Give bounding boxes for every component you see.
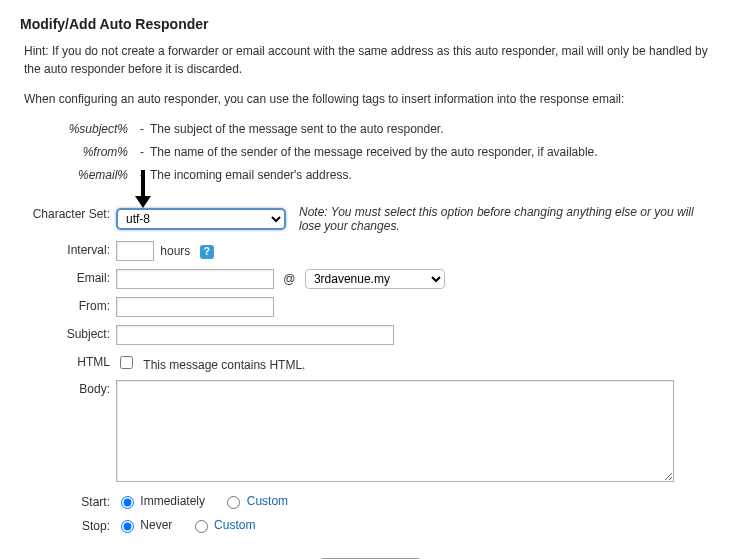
domain-select[interactable]: 3rdavenue.my <box>305 269 445 289</box>
stop-custom-option[interactable]: Custom <box>190 518 256 532</box>
label-hours: hours <box>160 244 190 258</box>
svg-marker-1 <box>135 196 151 208</box>
label-email: Email: <box>24 268 111 290</box>
stop-custom-radio[interactable] <box>195 520 208 533</box>
stop-custom-label: Custom <box>214 518 255 532</box>
body-textarea[interactable] <box>116 380 674 482</box>
at-symbol: @ <box>277 272 301 286</box>
start-immediately-label: Immediately <box>140 494 205 508</box>
page-title: Modify/Add Auto Responder <box>20 16 721 32</box>
hint-text: Hint: If you do not create a forwarder o… <box>24 42 721 78</box>
start-immediately-option[interactable]: Immediately <box>116 494 208 508</box>
from-input[interactable] <box>116 297 274 317</box>
stop-never-radio[interactable] <box>121 520 134 533</box>
start-custom-radio[interactable] <box>227 496 240 509</box>
tag-subject-desc: The subject of the message sent to the a… <box>150 118 444 141</box>
tag-subject-name: %subject% <box>50 118 134 141</box>
dash: - <box>134 118 150 141</box>
dash: - <box>134 141 150 164</box>
arrow-down-icon <box>128 168 158 210</box>
html-desc: This message contains HTML. <box>143 358 305 372</box>
start-custom-option[interactable]: Custom <box>222 494 288 508</box>
label-from: From: <box>24 296 111 318</box>
info-text: When configuring an auto responder, you … <box>24 90 721 108</box>
interval-input[interactable] <box>116 241 154 261</box>
label-interval: Interval: <box>24 240 111 262</box>
label-subject: Subject: <box>24 324 111 346</box>
label-stop: Stop: <box>24 516 111 534</box>
stop-never-option[interactable]: Never <box>116 518 176 532</box>
label-charset: Character Set: <box>24 204 111 234</box>
charset-note: Note: You must select this option before… <box>291 204 717 234</box>
stop-never-label: Never <box>140 518 172 532</box>
label-start: Start: <box>24 492 111 510</box>
label-html: HTML <box>24 352 111 373</box>
tag-from-desc: The name of the sender of the message re… <box>150 141 598 164</box>
start-immediately-radio[interactable] <box>121 496 134 509</box>
subject-input[interactable] <box>116 325 394 345</box>
tag-email-desc: The incoming email sender's address. <box>150 164 352 187</box>
label-body: Body: <box>24 379 111 486</box>
form-table: Character Set: utf-8 Note: You must sele… <box>20 198 721 540</box>
tag-email-name: %email% <box>50 164 134 187</box>
html-checkbox[interactable] <box>120 356 133 369</box>
charset-select[interactable]: utf-8 <box>116 208 286 230</box>
email-input[interactable] <box>116 269 274 289</box>
start-custom-label: Custom <box>247 494 288 508</box>
help-icon[interactable]: ? <box>200 245 214 259</box>
tag-from-name: %from% <box>50 141 134 164</box>
